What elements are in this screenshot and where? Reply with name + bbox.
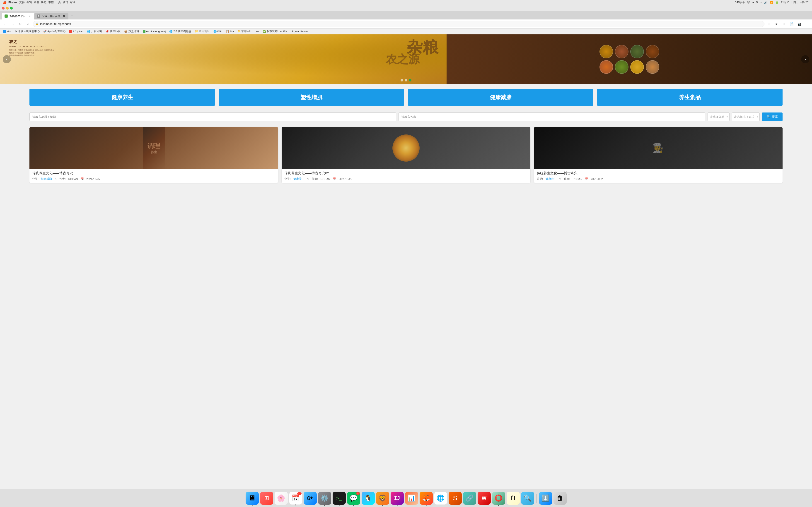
wifi-icon: 📶 (770, 1, 773, 4)
tab-close-1[interactable]: ✕ (28, 14, 31, 18)
bookmark-apollo[interactable]: 🚀 Apollo配置中心 (42, 29, 67, 34)
forward-button[interactable]: → (9, 21, 16, 27)
cat-muscle-btn[interactable]: 塑性增肌 (219, 89, 404, 106)
bookmark-icon-test: 📌 (106, 30, 109, 33)
author-input[interactable] (399, 112, 705, 121)
meta-category-tag-1[interactable]: 健康减脂 (41, 177, 52, 181)
char-count: 149字幕 (735, 0, 745, 4)
carousel-next-button[interactable]: › (801, 55, 809, 63)
browser-content: 农之 IMAGE TODAY DESIGN SOURCE 营养均衡、有利于生素代… (0, 35, 812, 185)
menu-tools[interactable]: 工具 (55, 0, 61, 4)
dot-1[interactable] (401, 79, 403, 81)
meta-date-2: 2021-10-25 (339, 178, 352, 180)
article-meta-2: 分类:健康养生 ✎ 作者:ROGAN 📅 2021-10-25 (284, 177, 527, 181)
menu-help[interactable]: 帮助 (70, 0, 75, 4)
new-tab-button[interactable]: + (69, 13, 75, 19)
tab-close-2[interactable]: ✕ (62, 14, 66, 18)
meta-author-label-3: 作者: (564, 177, 570, 181)
menu-file[interactable]: 文件 (19, 0, 25, 4)
bookmark-checklist[interactable]: ✅ 版本发布checklist (261, 29, 289, 34)
dot-3[interactable] (409, 79, 411, 81)
screenshot-btn[interactable]: 📷 (796, 21, 803, 27)
bookmark-one[interactable]: one (254, 30, 261, 33)
carousel-prev-button[interactable]: ‹ (3, 55, 11, 63)
url-bar[interactable]: 🔒 localhost:8087/pc/index (33, 21, 764, 27)
volume-icon: 🔊 (764, 1, 767, 4)
bookmark-test-env[interactable]: 📌 测试环境 (104, 29, 122, 34)
spice-grid (597, 42, 662, 76)
menu-history[interactable]: 历史 (41, 0, 46, 4)
tab-bar: 🌿 智能养生平台 ✕ ⚙ 登录--后台管理 ✕ + (0, 11, 812, 19)
bookmark-sandbox[interactable]: 📦 沙盒环境 (123, 29, 141, 34)
tab-zhiyi[interactable]: 🌿 智能养生平台 ✕ (2, 13, 34, 19)
meta-category-label-2: 分类: (284, 177, 291, 181)
keyword-input[interactable] (30, 112, 396, 121)
reload-button[interactable]: ↻ (17, 21, 23, 27)
hero-banner: 农之 IMAGE TODAY DESIGN SOURCE 营养均衡、有利于生素代… (0, 35, 812, 84)
extensions-button[interactable]: ⊞ (766, 21, 772, 27)
bookmark-icon-test2: 🌐 (169, 30, 172, 33)
sort-select[interactable]: 请选择排序要求 最新 最热 (732, 112, 760, 121)
article-title-3: 传统养生文化——博古奇穴 (537, 171, 780, 175)
bookmark-dev-reg[interactable]: ⚙ 开发环境注册中心 (13, 29, 41, 34)
minimize-button[interactable] (6, 7, 9, 9)
bookmark-jira[interactable]: 📋 Jira (224, 30, 236, 34)
bookmark-icon-es (143, 30, 145, 33)
search-button-label: 搜索 (772, 115, 778, 119)
bookmark-common-addr[interactable]: 📁 常用地址 (194, 29, 211, 34)
bookmark-common-wiki[interactable]: 📁 常用wiki (236, 29, 252, 34)
bookmark-icon-dev2: 🌐 (87, 30, 90, 33)
search-icon: 🔍 (766, 115, 770, 119)
tab-label-2: 登录--后台管理 (42, 14, 60, 18)
dot-2[interactable] (405, 79, 407, 81)
article-body-1: 传统养生文化——博古奇穴 分类:健康减脂 ✎ 作者:ROGAN 📅 2021-1… (30, 169, 278, 183)
meta-category-tag-3[interactable]: 健康养生 (546, 177, 556, 181)
bookmark-gitlab[interactable]: 2.0 gitlab (68, 30, 85, 33)
menu-edit[interactable]: 编辑 (27, 0, 32, 4)
hero-big-title: 杂粮 (407, 37, 439, 58)
cat-health-btn[interactable]: 健康养生 (30, 89, 215, 106)
article-image-1: 调理 养生 (30, 127, 278, 169)
menu-firefox[interactable]: Firefox (8, 1, 17, 4)
tab-admin[interactable]: ⚙ 登录--后台管理 ✕ (35, 13, 68, 19)
article-img-chef: 🧑‍🍳 (653, 143, 664, 153)
bookmark-test2[interactable]: 🌐 2.0 测试鸡肯惠 (168, 29, 193, 34)
back-button[interactable]: ← (2, 21, 8, 27)
date-icon-3: 📅 (585, 177, 588, 180)
article-card-3[interactable]: 🧑‍🍳 传统养生文化——博古奇穴 分类:健康养生 ✎ 作者:ROGAN 📅 20… (534, 127, 782, 183)
hero-brand-sub: IMAGE TODAY DESIGN SOURCE (9, 45, 54, 48)
bookmark-wiki[interactable]: 🌐 Wiki (212, 30, 223, 34)
article-card-1[interactable]: 调理 养生 传统养生文化——博古奇穴 分类:健康减脂 ✎ 作者:ROGAN 📅 … (30, 127, 278, 183)
cat-porridge-btn[interactable]: 养生粥品 (597, 89, 782, 106)
menu-button[interactable]: ☰ (804, 21, 810, 27)
bookmark-es[interactable]: es-cluster[green] (141, 30, 167, 33)
category-select[interactable]: 请选择分类 健康养生 塑性增肌 健康减脂 养生粥品 (708, 112, 729, 121)
close-button[interactable] (2, 7, 5, 9)
bookmark-icon-gitlab (69, 30, 72, 33)
article-body-2: 传统养生文化——博古奇穴02 分类:健康养生 ✎ 作者:ROGAN 📅 2021… (282, 169, 530, 183)
menu-window[interactable]: 窗口 (63, 0, 68, 4)
reader-view[interactable]: 📄 (789, 21, 795, 27)
menu-bookmarks[interactable]: 书签 (48, 0, 54, 4)
apple-menu[interactable]: 🍎 (3, 1, 7, 4)
menu-view[interactable]: 查看 (34, 0, 39, 4)
bookmark-icon-dev: ⚙ (14, 30, 17, 33)
bookmark-dev-env[interactable]: 🌐 开发环境 (86, 29, 103, 34)
bookmark-jumpserver[interactable]: 🖥 jumpServer (290, 30, 309, 33)
category-section: 健康养生 塑性增肌 健康减脂 养生粥品 (0, 84, 812, 110)
maximize-button[interactable] (10, 7, 13, 9)
star-button[interactable]: ★ (773, 21, 779, 27)
bookmark-k8s[interactable]: k8s (2, 30, 12, 33)
cat-slim-btn[interactable]: 健康减脂 (408, 89, 593, 106)
meta-category-tag-2[interactable]: 健康养生 (293, 177, 304, 181)
home-button[interactable]: ⌂ (25, 21, 31, 27)
search-button[interactable]: 🔍 搜索 (762, 112, 782, 121)
sidebar-toggle[interactable]: ⊟ (781, 21, 787, 27)
article-body-3: 传统养生文化——博古奇穴 分类:健康养生 ✎ 作者:ROGAN 📅 2021-1… (534, 169, 782, 183)
hero-brand-text: 农之 (9, 39, 54, 44)
bookmarks-bar: k8s ⚙ 开发环境注册中心 🚀 Apollo配置中心 2.0 gitlab 🌐… (0, 29, 812, 35)
category-select-wrapper: 请选择分类 健康养生 塑性增肌 健康减脂 养生粥品 (708, 112, 729, 121)
search-section: 请选择分类 健康养生 塑性增肌 健康减脂 养生粥品 请选择排序要求 最新 最热 … (0, 110, 812, 125)
article-card-2[interactable]: 传统养生文化——博古奇穴02 分类:健康养生 ✎ 作者:ROGAN 📅 2021… (282, 127, 530, 183)
meta-author-label-1: 作者: (59, 177, 65, 181)
